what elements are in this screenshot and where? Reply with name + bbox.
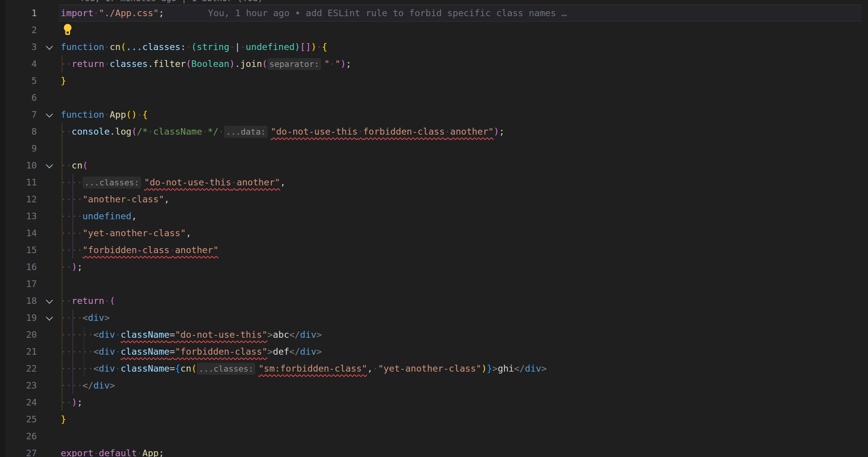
line-number[interactable]: 15 [0, 242, 37, 259]
code-token: < [93, 329, 99, 340]
code-token: another" [450, 126, 494, 137]
code-content[interactable]: ··cn( [61, 157, 88, 174]
code-content[interactable]: ····undefined, [61, 208, 137, 225]
code-line: 5} [0, 72, 868, 89]
line-number[interactable]: 26 [0, 428, 37, 445]
code-token: div [99, 346, 115, 357]
error-squiggle: "forbidden-class·another" [83, 245, 219, 255]
code-token: div [99, 363, 115, 374]
line-number[interactable]: 14 [0, 225, 37, 242]
code-token: "yet-another-class" [83, 228, 186, 239]
code-token: console [72, 126, 110, 137]
code-token: "yet-another-class" [378, 363, 481, 374]
code-line: 17 [0, 275, 868, 292]
indent-guide [62, 140, 62, 157]
code-token: ; [77, 397, 82, 408]
line-number[interactable]: 4 [0, 55, 37, 72]
code-content[interactable]: ····...classes:"do-not-use-this·another"… [61, 174, 286, 191]
line-number[interactable]: 12 [0, 191, 37, 208]
line-number[interactable]: 13 [0, 208, 37, 225]
line-number[interactable]: 10 [0, 157, 37, 174]
code-content[interactable]: ······<div·className="do-not-use-this">a… [61, 326, 322, 343]
code-content[interactable]: function·cn(...classes:·(string·|·undefi… [61, 38, 327, 55]
code-content[interactable]: } [61, 411, 66, 428]
code-token: cn [180, 363, 191, 374]
line-number[interactable]: 9 [0, 140, 37, 157]
line-number[interactable]: 21 [0, 343, 37, 360]
whitespace-dot: ·· [61, 126, 72, 137]
code-token: join [240, 58, 262, 69]
code-token: ) [481, 363, 487, 374]
line-number[interactable]: 16 [0, 259, 37, 275]
whitespace-dot: ·· [61, 295, 72, 306]
code-content[interactable]: ··return·classes.filter(Boolean).join(se… [61, 55, 351, 72]
line-number[interactable]: 22 [0, 360, 37, 377]
line-number[interactable]: 1 [0, 5, 37, 22]
chevron-down-icon[interactable] [46, 314, 53, 320]
code-token: , [367, 363, 372, 374]
line-number[interactable]: 25 [0, 411, 37, 428]
code-line: 4··return·classes.filter(Boolean).join(s… [0, 55, 868, 72]
whitespace-dot: · [240, 42, 246, 52]
line-number[interactable]: 20 [0, 326, 37, 343]
code-token: "do-not-use-this [271, 126, 358, 137]
line-number[interactable]: 2 [0, 22, 37, 38]
code-content[interactable]: ····"forbidden-class·another" [61, 242, 218, 259]
code-token: def [273, 346, 289, 357]
line-number[interactable]: 3 [0, 38, 37, 55]
line-number[interactable]: 23 [0, 377, 37, 394]
code-token: "another-class" [83, 194, 164, 205]
line-number[interactable]: 8 [0, 123, 37, 140]
code-content[interactable]: ··return·( [61, 292, 115, 309]
line-number[interactable]: 19 [0, 309, 37, 326]
code-content[interactable]: ··console.log(/*·className·*/·...data:"d… [61, 123, 505, 140]
code-content[interactable]: } [61, 72, 66, 89]
code-token: < [93, 346, 99, 357]
code-content[interactable]: ····</div> [61, 377, 115, 394]
line-number[interactable]: 27 [0, 445, 37, 457]
code-content[interactable]: function·App()·{ [61, 106, 148, 123]
line-number[interactable]: 24 [0, 394, 37, 411]
code-token: div [300, 329, 316, 340]
chevron-down-icon[interactable] [46, 110, 53, 117]
code-token: ) [294, 42, 300, 52]
code-token: App [110, 109, 126, 120]
code-line: 15····"forbidden-class·another" [0, 242, 868, 259]
line-number[interactable]: 5 [0, 72, 37, 89]
code-token: ) [311, 42, 316, 52]
line-number[interactable]: 11 [0, 174, 37, 191]
whitespace-dot: · [104, 58, 110, 69]
line-number[interactable]: 17 [0, 275, 37, 292]
code-token: ( [131, 126, 137, 137]
code-token: "do-not-use-this" [175, 329, 268, 340]
code-token: filter [153, 58, 186, 69]
line-number[interactable]: 7 [0, 106, 37, 123]
whitespace-dot: · [186, 42, 191, 52]
chevron-down-icon[interactable] [46, 297, 53, 304]
lightbulb-icon[interactable] [63, 24, 73, 36]
code-line: 1import·"./App.css";You, 1 hour ago • ad… [0, 5, 868, 22]
code-content[interactable]: export·default·App; [61, 445, 164, 457]
code-token: . [148, 58, 153, 69]
code-token: ) [494, 126, 499, 137]
code-token: log [115, 126, 131, 137]
code-content[interactable]: ··); [61, 394, 83, 411]
code-content[interactable]: import·"./App.css";You, 1 hour ago • add… [61, 5, 567, 22]
code-line: 13····undefined, [0, 208, 868, 225]
error-squiggle: "do-not-use-this·forbidden-class·another… [271, 126, 494, 137]
code-content[interactable]: ··); [61, 259, 83, 275]
chevron-down-icon[interactable] [46, 43, 53, 50]
code-token: return [72, 295, 104, 306]
code-token: "sm:forbidden-class" [258, 363, 367, 374]
code-content[interactable]: ····<div> [61, 309, 110, 326]
code-content[interactable]: ······<div·className="forbidden-class">d… [61, 343, 322, 360]
code-token: { [142, 109, 148, 120]
chevron-down-icon[interactable] [46, 161, 53, 168]
line-number[interactable]: 6 [0, 89, 37, 106]
code-content[interactable]: ······<div·className={cn(...classes:"sm:… [61, 360, 547, 377]
whitespace-dot: ···· [61, 228, 83, 239]
code-content[interactable]: ····"yet-another-class", [61, 225, 191, 242]
code-token: . [110, 126, 115, 137]
code-content[interactable]: ····"another-class", [61, 191, 170, 208]
line-number[interactable]: 18 [0, 292, 37, 309]
